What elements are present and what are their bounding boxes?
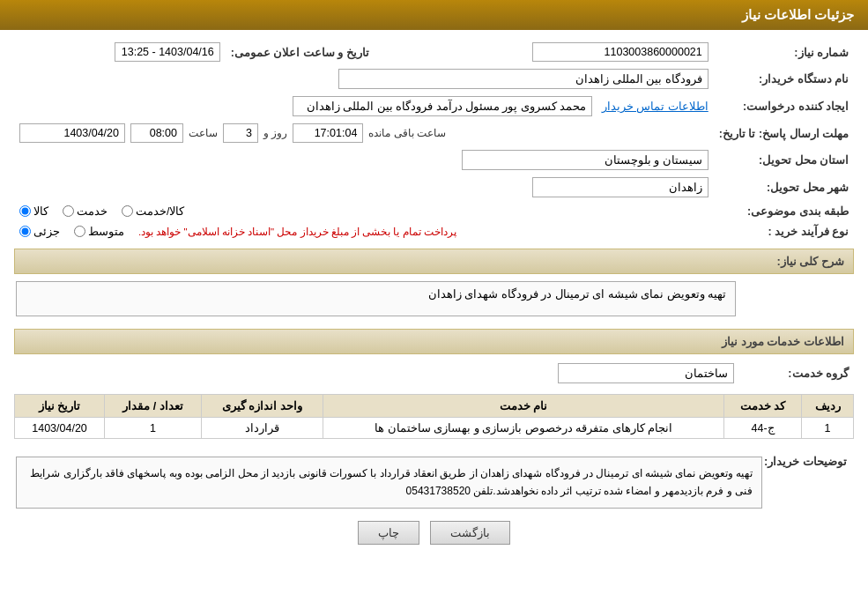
category-options: کالا/خدمت خدمت کالا xyxy=(14,201,714,221)
row-need-number: شماره نیاز: 1103003860000021 تاریخ و ساع… xyxy=(14,39,854,65)
description-row: تهیه وتعویض نمای شیشه ای ترمینال در فرود… xyxy=(16,281,852,320)
description-table: تهیه وتعویض نمای شیشه ای ترمینال در فرود… xyxy=(14,279,854,322)
province-label: استان محل تحویل: xyxy=(714,146,854,174)
page-title: جزئیات اطلاعات نیاز xyxy=(742,7,854,22)
category-label: طبقه بندی موضوعی: xyxy=(714,201,854,221)
remaining-input: 17:01:04 xyxy=(293,123,363,143)
col-date: تاریخ نیاز xyxy=(15,395,105,418)
description-value-cell: تهیه وتعویض نمای شیشه ای ترمینال در فرود… xyxy=(16,281,736,320)
kala-radio[interactable] xyxy=(19,205,31,217)
detail-label: جزئی xyxy=(33,225,60,238)
creator-input: محمد کسروی پور مسئول درآمد فرودگاه بین ا… xyxy=(293,96,592,116)
khedmat-radio[interactable] xyxy=(63,205,74,217)
services-table: ردیف کد خدمت نام خدمت واحد اندازه گیری ت… xyxy=(14,394,854,439)
service-group-row: گروه خدمت: ساختمان xyxy=(14,360,854,387)
cell-row: 1 xyxy=(802,418,854,439)
announce-date-input: 1403/04/16 - 13:25 xyxy=(115,42,220,62)
process-radio-medium[interactable]: متوسط xyxy=(74,225,124,238)
city-label: شهر محل تحویل: xyxy=(714,174,854,201)
services-table-head: ردیف کد خدمت نام خدمت واحد اندازه گیری ت… xyxy=(15,395,854,418)
description-empty-label xyxy=(738,281,852,320)
description-box: تهیه وتعویض نمای شیشه ای ترمینال در فرود… xyxy=(16,281,736,316)
description-section-label: شرح کلی نیاز: xyxy=(776,255,844,268)
buyer-notice-row: توضیحات خریدار: تهیه وتعویض نمای شیشه ای… xyxy=(16,449,852,509)
province-input: سیستان و بلوچستان xyxy=(462,150,708,170)
cell-qty: 1 xyxy=(105,418,202,439)
response-date-label: مهلت ارسال پاسخ: تا تاریخ: xyxy=(714,120,854,146)
row-category: طبقه بندی موضوعی: کالا/خدمت خدمت کالا xyxy=(14,201,854,221)
row-city: شهر محل تحویل: زاهدان xyxy=(14,174,854,201)
kala-khedmat-label: کالا/خدمت xyxy=(136,204,184,218)
buyer-station-value: فرودگاه بین المللی زاهدان xyxy=(14,65,714,93)
buyer-station-input: فرودگاه بین المللی زاهدان xyxy=(338,69,708,89)
service-group-value: ساختمان xyxy=(14,360,739,387)
services-header-row: ردیف کد خدمت نام خدمت واحد اندازه گیری ت… xyxy=(15,395,854,418)
need-number-input: 1103003860000021 xyxy=(532,42,708,62)
buyer-notice-table: توضیحات خریدار: تهیه وتعویض نمای شیشه ای… xyxy=(14,448,854,510)
announce-date-value: 1403/04/16 - 13:25 xyxy=(14,39,226,65)
time-label: ساعت xyxy=(189,127,218,139)
services-section-label: اطلاعات خدمات مورد نیاز xyxy=(722,335,844,348)
city-value: زاهدان xyxy=(14,174,714,201)
cell-date: 1403/04/20 xyxy=(15,418,105,439)
content-area: شماره نیاز: 1103003860000021 تاریخ و ساع… xyxy=(0,30,868,562)
page-wrapper: جزئیات اطلاعات نیاز شماره نیاز: 11030038… xyxy=(0,0,868,609)
description-section-header: شرح کلی نیاز: xyxy=(14,249,854,274)
announce-date-label: تاریخ و ساعت اعلان عمومی: xyxy=(226,39,375,65)
process-note: پرداخت تمام یا بخشی از مبلغ خریداز محل "… xyxy=(138,226,456,238)
medium-label: متوسط xyxy=(88,225,124,238)
col-row: ردیف xyxy=(802,395,854,418)
time-input: 08:00 xyxy=(130,123,183,143)
khedmat-label: خدمت xyxy=(77,204,108,218)
medium-radio[interactable] xyxy=(74,226,85,237)
days-label: روز و xyxy=(263,127,287,139)
days-input: 3 xyxy=(223,123,258,143)
date-input: 1403/04/20 xyxy=(19,123,125,143)
category-radio-khedmat[interactable]: خدمت xyxy=(63,204,108,218)
service-group-table: گروه خدمت: ساختمان xyxy=(14,360,854,387)
city-input: زاهدان xyxy=(532,177,708,197)
buyer-notice-cell: تهیه وتعویض نمای شیشه ای ترمینال در فرود… xyxy=(16,449,762,509)
cell-unit: قرارداد xyxy=(201,418,323,439)
print-button[interactable]: چاپ xyxy=(358,521,419,545)
process-radio-group: متوسط جزئی xyxy=(19,225,124,238)
creator-label: ایجاد کننده درخواست: xyxy=(714,93,854,120)
need-number-label: شماره نیاز: xyxy=(714,39,854,65)
col-name: نام خدمت xyxy=(323,395,724,418)
kala-label: کالا xyxy=(33,204,48,218)
category-radio-kala-khedmat[interactable]: کالا/خدمت xyxy=(122,204,184,218)
row-creator: ایجاد کننده درخواست: اطلاعات تماس خریدار… xyxy=(14,93,854,120)
row-province: استان محل تحویل: سیستان و بلوچستان xyxy=(14,146,854,174)
process-radio-detail[interactable]: جزئی xyxy=(19,225,60,238)
category-radio-kala[interactable]: کالا xyxy=(19,204,48,218)
services-section-header: اطلاعات خدمات مورد نیاز xyxy=(14,329,854,354)
col-unit: واحد اندازه گیری xyxy=(201,395,323,418)
buyer-notice-box: تهیه وتعویض نمای شیشه ای ترمینال در فرود… xyxy=(16,457,762,509)
button-row: بازگشت چاپ xyxy=(14,521,854,545)
back-button[interactable]: بازگشت xyxy=(430,521,510,545)
page-header: جزئیات اطلاعات نیاز xyxy=(0,0,868,30)
buyer-station-label: نام دستگاه خریدار: xyxy=(714,65,854,93)
province-value: سیستان و بلوچستان xyxy=(14,146,714,174)
response-date-area: ساعت باقی مانده 17:01:04 روز و 3 ساعت 08… xyxy=(14,120,714,146)
cell-name: انجام کارهای متفرقه درخصوص بازسازی و بهس… xyxy=(323,418,724,439)
service-group-label: گروه خدمت: xyxy=(739,360,854,387)
buyer-notice-label: توضیحات خریدار: xyxy=(764,449,852,509)
table-row: 1 ج-44 انجام کارهای متفرقه درخصوص بازساز… xyxy=(15,418,854,439)
process-label: نوع فرآیند خرید : xyxy=(714,221,854,241)
info-table: شماره نیاز: 1103003860000021 تاریخ و ساع… xyxy=(14,39,854,241)
kala-khedmat-radio[interactable] xyxy=(122,205,133,217)
col-qty: تعداد / مقدار xyxy=(105,395,202,418)
services-table-body: 1 ج-44 انجام کارهای متفرقه درخصوص بازساز… xyxy=(15,418,854,439)
process-area: پرداخت تمام یا بخشی از مبلغ خریداز محل "… xyxy=(14,221,714,241)
remaining-label: ساعت باقی مانده xyxy=(368,127,446,139)
service-group-input: ساختمان xyxy=(558,363,734,383)
date-row: ساعت باقی مانده 17:01:04 روز و 3 ساعت 08… xyxy=(19,123,708,143)
row-process: نوع فرآیند خرید : پرداخت تمام یا بخشی از… xyxy=(14,221,854,241)
row-response-date: مهلت ارسال پاسخ: تا تاریخ: ساعت باقی مان… xyxy=(14,120,854,146)
row-buyer-station: نام دستگاه خریدار: فرودگاه بین المللی زا… xyxy=(14,65,854,93)
detail-radio[interactable] xyxy=(19,226,31,237)
creator-link[interactable]: اطلاعات تماس خریدار xyxy=(602,100,708,113)
col-code: کد خدمت xyxy=(724,395,802,418)
category-radio-group: کالا/خدمت خدمت کالا xyxy=(19,204,708,218)
